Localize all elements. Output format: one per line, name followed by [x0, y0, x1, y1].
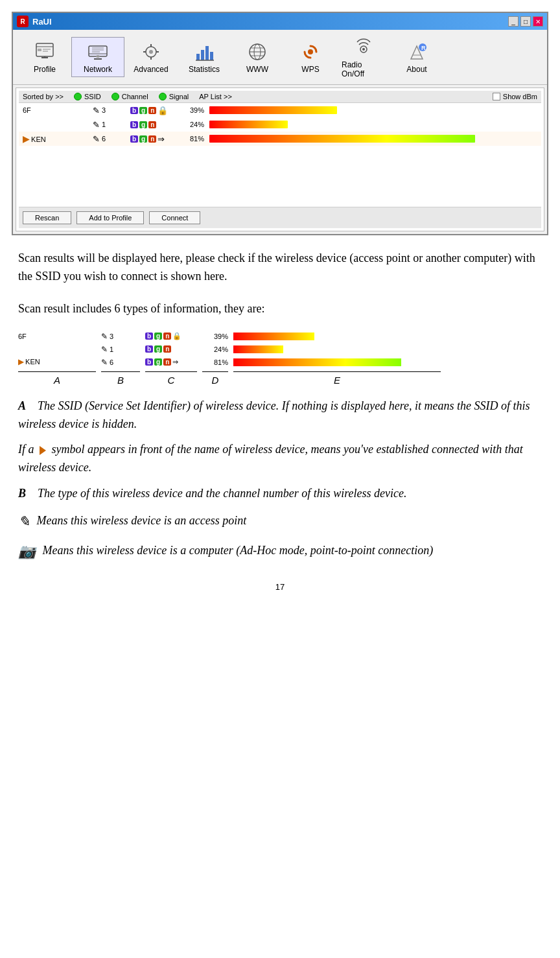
body-section-2: Scan result includes 6 types of informat… [0, 286, 560, 318]
svg-rect-2 [38, 49, 41, 51]
diag-mode-b-3: b [145, 358, 153, 366]
ssid-indicator [74, 93, 82, 100]
maximize-button[interactable]: □ [520, 16, 531, 27]
underline-b [101, 371, 140, 372]
desc-section: A The SSID (Service Set Identifier) of w… [0, 386, 560, 563]
underline-d [202, 371, 228, 372]
diag-pct-2: 24% [202, 345, 228, 353]
about-icon: R [405, 40, 428, 64]
diag-label-b: B [101, 375, 140, 386]
channel-num: 3 [102, 106, 106, 114]
toolbar-www-label: WWW [246, 65, 268, 74]
mode-b: b [130, 121, 138, 128]
show-dbm-checkbox[interactable] [493, 93, 500, 100]
show-dbm-label: Show dBm [503, 93, 537, 100]
diag-ap-icon-1: ✎ [101, 332, 108, 341]
toolbar-profile-label: Profile [34, 65, 56, 74]
ap-type-icon: ✎ [93, 134, 100, 144]
rescan-button[interactable]: Rescan [23, 211, 71, 224]
connect-button[interactable]: Connect [149, 211, 200, 224]
raui-window: R RaUI _ □ ✕ Profile [12, 12, 548, 235]
toolbar-radio[interactable]: Radio On/Off [337, 32, 390, 82]
ap-ssid-text: KEN [31, 135, 46, 143]
table-row[interactable]: 6F ✎ 3 b g n 🔒 39% [19, 103, 541, 117]
signal-bar [209, 121, 288, 128]
gap [96, 371, 101, 372]
underline-c [145, 371, 197, 372]
toolbar-about[interactable]: R About [390, 37, 443, 77]
diag-mode-g-2: g [154, 345, 162, 353]
signal-bar-wrap [209, 121, 537, 128]
diag-ssid-3: ▶ KEN [18, 358, 96, 366]
table-row[interactable]: ✎ 1 b g n 24% [19, 117, 541, 132]
channel-filter[interactable]: Channel [111, 93, 148, 100]
diag-mode-n-1: n [163, 333, 171, 340]
body-section-1: Scan results will be displayed here, ple… [0, 235, 560, 286]
ap-list-link[interactable]: AP List >> [199, 93, 232, 100]
diag-bar-3 [233, 358, 401, 366]
ap-modes: b g n 🔒 [130, 106, 176, 115]
toolbar-wps-label: WPS [301, 65, 319, 74]
diag-row-1: 6F ✎3 b g n 🔒 39% [18, 330, 542, 343]
mode-g: g [139, 121, 147, 128]
add-to-profile-button[interactable]: Add to Profile [76, 211, 144, 224]
toolbar-wps[interactable]: WPS [284, 37, 337, 77]
diag-modes-3: b g n ⇒ [145, 358, 197, 366]
ssid-filter[interactable]: SSID [74, 93, 101, 100]
svg-point-9 [96, 55, 100, 58]
diag-ap-icon-3: ✎ [101, 358, 108, 367]
ap-channel: ✎ 6 [93, 134, 125, 144]
network-icon [86, 40, 110, 64]
underline-a [18, 371, 96, 372]
diag-underlines [18, 371, 542, 372]
desc-computer-line: 📷 Means this wireless device is a comput… [18, 541, 542, 563]
signal-filter[interactable]: Signal [159, 93, 189, 100]
channel-label: Channel [122, 93, 148, 100]
table-row[interactable]: ▶ KEN ✎ 6 b g n ⇒ 81% [19, 132, 541, 146]
desc-a: A The SSID (Service Set Identifier) of w… [18, 397, 542, 434]
mode-g: g [139, 107, 147, 114]
desc-b-label: B [18, 487, 26, 500]
gap2 [140, 371, 145, 372]
mode-b: b [130, 135, 138, 143]
diag-mode-b-1: b [145, 333, 153, 340]
toolbar-profile[interactable]: Profile [18, 37, 71, 77]
mode-n: n [148, 107, 156, 114]
desc-ap-text: Means this wireless device is an access … [37, 514, 247, 527]
diag-channel-3: ✎6 [101, 358, 140, 367]
diag-label-e: E [233, 375, 441, 386]
ap-type-icon: ✎ [93, 120, 100, 130]
show-dbm-area[interactable]: Show dBm [493, 93, 537, 100]
advanced-icon [139, 40, 163, 64]
diag-row-2: ✎1 b g n 24% [18, 343, 542, 356]
ap-channel: ✎ 3 [93, 106, 125, 115]
diag-bar-wrap-2 [233, 345, 441, 353]
toolbar-radio-label: Radio On/Off [342, 60, 386, 78]
toolbar-www[interactable]: WWW [231, 37, 284, 77]
signal-bar [209, 135, 475, 143]
window-controls: _ □ ✕ [508, 16, 543, 27]
toolbar-statistics-label: Statistics [189, 65, 220, 74]
desc-ap-line: ✎ Means this wireless device is an acces… [18, 511, 542, 533]
minimize-button[interactable]: _ [508, 16, 519, 27]
diag-modes-1: b g n 🔒 [145, 332, 197, 340]
ap-type-icon-large: ✎ [18, 511, 30, 533]
signal-bar-wrap [209, 106, 537, 114]
diagram-section: 6F ✎3 b g n 🔒 39% ✎1 b g n [0, 318, 560, 386]
signal-bar-wrap [209, 135, 537, 143]
content-panel: Sorted by >> SSID Channel Signal AP List… [16, 88, 544, 231]
diag-mode-b-2: b [145, 345, 153, 353]
toolbar-statistics[interactable]: Statistics [178, 37, 231, 77]
diagram-box: 6F ✎3 b g n 🔒 39% ✎1 b g n [18, 330, 542, 386]
ap-actions: Rescan Add to Profile Connect [19, 207, 541, 228]
toolbar-advanced[interactable]: Advanced [124, 37, 178, 77]
mode-b: b [130, 107, 138, 114]
svg-rect-20 [196, 54, 200, 60]
diag-ap-icon-2: ✎ [101, 345, 108, 354]
diag-lock-1: 🔒 [172, 332, 181, 340]
close-button[interactable]: ✕ [533, 16, 543, 27]
toolbar-network[interactable]: Network [71, 37, 124, 77]
paragraph-1: Scan results will be displayed here, ple… [18, 250, 542, 286]
diag-mode-n-3: n [163, 358, 171, 366]
gap5 [96, 375, 101, 386]
